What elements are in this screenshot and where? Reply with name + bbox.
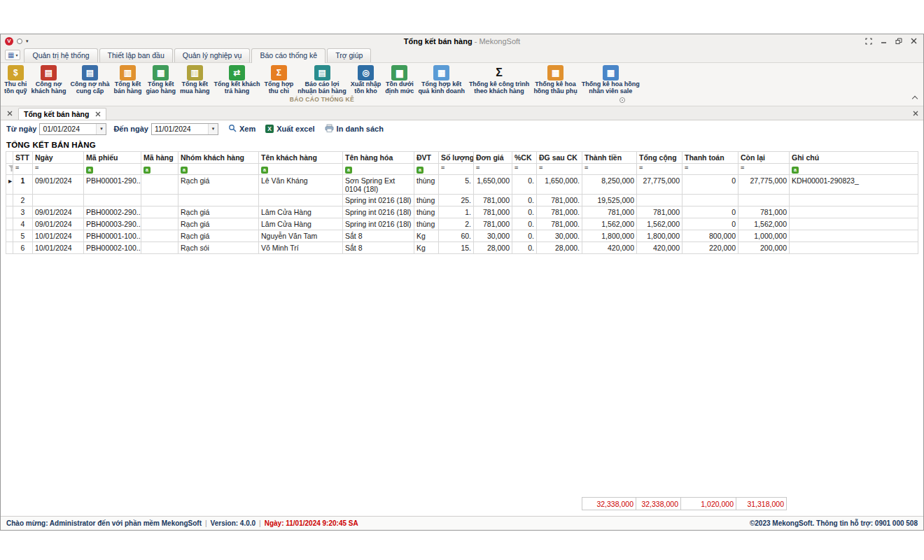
cell-so_luong[interactable]: 15.: [439, 242, 474, 254]
cell-ngay[interactable]: 10/01/2024: [33, 242, 84, 254]
customer-returns-summary-button[interactable]: ⇄Tổng kết khách trả hàng: [211, 64, 262, 95]
cell-ck[interactable]: 0.: [512, 218, 537, 230]
filter-cell-so_luong[interactable]: =: [439, 164, 474, 175]
cell-ngay[interactable]: [33, 195, 84, 206]
cell-ck[interactable]: 0.: [512, 175, 537, 195]
cell-ma_hang[interactable]: [141, 175, 178, 195]
grid-menu-button[interactable]: ▦ ▾: [5, 50, 20, 60]
income-expense-summary-button[interactable]: ΣTổng hợp thu chi: [262, 64, 295, 95]
cell-ck[interactable]: 0.: [512, 206, 537, 218]
column-header-con_lai[interactable]: Còn lại: [738, 152, 790, 164]
cell-thanh_tien[interactable]: 1,800,000: [582, 230, 637, 242]
cell-dg_sau_ck[interactable]: 30,000.: [537, 230, 582, 242]
filter-cell-tong_cong[interactable]: =: [637, 164, 682, 175]
column-header-ck[interactable]: %CK: [512, 152, 537, 164]
to-date-input[interactable]: 11/01/2024 ▾: [151, 123, 218, 135]
column-header-nhom_kh[interactable]: Nhóm khách hàng: [178, 152, 259, 164]
filter-edit-cell[interactable]: [6, 164, 13, 175]
export-excel-button[interactable]: X Xuất excel: [265, 125, 314, 133]
cell-nhom_kh[interactable]: Rạch sói: [178, 242, 259, 254]
cell-dvt[interactable]: thùng: [414, 218, 439, 230]
menu-tab-4[interactable]: Trợ giúp: [327, 48, 371, 62]
filter-cell-con_lai[interactable]: =: [738, 164, 790, 175]
filter-cell-thanh_tien[interactable]: =: [582, 164, 637, 175]
restore-button[interactable]: [895, 38, 902, 45]
cell-con_lai[interactable]: [738, 195, 790, 206]
cell-ghi_chu[interactable]: [790, 218, 918, 230]
document-tab[interactable]: Tổng kết bán hàng: [18, 108, 106, 120]
column-header-tong_cong[interactable]: Tổng cộng: [637, 152, 682, 164]
cell-ma_phieu[interactable]: PBH00001-290...: [84, 175, 141, 195]
cell-dvt[interactable]: Kg: [414, 242, 439, 254]
cell-thanh_toan[interactable]: [682, 195, 738, 206]
cell-tong_cong[interactable]: 1,800,000: [637, 230, 682, 242]
menu-tab-2[interactable]: Quản lý nghiệp vụ: [174, 48, 251, 62]
from-date-input[interactable]: 01/01/2024 ▾: [39, 123, 106, 135]
cell-ghi_chu[interactable]: [790, 230, 918, 242]
cell-ten_hang[interactable]: Sắt 8: [343, 230, 414, 242]
cell-tong_cong[interactable]: 420,000: [637, 242, 682, 254]
cell-ten_kh[interactable]: Lâm Cửa Hàng: [259, 218, 343, 230]
close-button[interactable]: [911, 38, 917, 44]
cell-don_gia[interactable]: 781,000: [474, 195, 512, 206]
cell-con_lai[interactable]: 27,775,000: [738, 175, 790, 195]
cell-thanh_tien[interactable]: 19,525,000: [582, 195, 637, 206]
cell-ten_hang[interactable]: Sơn Spring Ext 0104 (18l): [343, 175, 414, 195]
cell-stt[interactable]: 3: [13, 206, 33, 218]
cell-ghi_chu[interactable]: [790, 206, 918, 218]
cell-ma_phieu[interactable]: PBH00002-100...: [84, 242, 141, 254]
filter-cell-don_gia[interactable]: =: [474, 164, 512, 175]
column-header-ghi_chu[interactable]: Ghi chú: [790, 152, 918, 164]
cell-nhom_kh[interactable]: Rạch giá: [178, 230, 259, 242]
print-button[interactable]: In danh sách: [325, 124, 384, 134]
cell-ck[interactable]: 0.: [512, 230, 537, 242]
cell-don_gia[interactable]: 1,650,000: [474, 175, 512, 195]
purchase-summary-button[interactable]: ▥Tổng kết mua hàng: [178, 64, 212, 95]
ribbon-collapse-icon[interactable]: [912, 96, 918, 102]
cell-dg_sau_ck[interactable]: 781,000.: [537, 195, 582, 206]
sales-profit-report-button[interactable]: ▤Báo cáo lợi nhuận bán hàng: [295, 64, 349, 95]
cell-nhom_kh[interactable]: [178, 195, 259, 206]
cell-so_luong[interactable]: 60.: [439, 230, 474, 242]
cell-tong_cong[interactable]: 27,775,000: [637, 175, 682, 195]
cell-ghi_chu[interactable]: [790, 195, 918, 206]
sales-rep-commission-stats-button[interactable]: ▦Thống kê hoa hồng nhân viên sale: [580, 64, 642, 95]
delivery-summary-button[interactable]: ▦Tổng kết giao hàng: [144, 64, 178, 95]
cell-so_luong[interactable]: 25.: [439, 195, 474, 206]
column-header-stt[interactable]: STT: [13, 152, 33, 164]
column-header-ma_phieu[interactable]: Mã phiếu: [84, 152, 141, 164]
cell-dg_sau_ck[interactable]: 28,000.: [537, 242, 582, 254]
column-header-thanh_tien[interactable]: Thành tiền: [582, 152, 637, 164]
cell-don_gia[interactable]: 781,000: [474, 206, 512, 218]
view-button[interactable]: Xem: [228, 124, 255, 134]
cell-tong_cong[interactable]: [637, 195, 682, 206]
quick-access-icon[interactable]: [17, 38, 22, 44]
cell-ma_hang[interactable]: [141, 242, 178, 254]
cell-thanh_tien[interactable]: 8,250,000: [582, 175, 637, 195]
filter-cell-dvt[interactable]: a: [414, 164, 439, 175]
cell-ten_hang[interactable]: Spring int 0216 (18l): [343, 218, 414, 230]
cell-ten_kh[interactable]: Lê Văn Kháng: [259, 175, 343, 195]
cell-ma_hang[interactable]: [141, 206, 178, 218]
cell-don_gia[interactable]: 28,000: [474, 242, 512, 254]
subcontractor-commission-stats-button[interactable]: ▦Thống kê hoa hồng thầu phụ: [531, 64, 579, 95]
tab-close-icon[interactable]: [95, 111, 101, 117]
cell-ngay[interactable]: 09/01/2024: [33, 218, 84, 230]
filter-cell-ngay[interactable]: =: [33, 164, 84, 175]
cell-stt[interactable]: 4: [13, 218, 33, 230]
cell-thanh_toan[interactable]: 800,000: [682, 230, 738, 242]
calendar-dropdown-icon[interactable]: ▾: [96, 124, 106, 134]
cell-ma_hang[interactable]: [141, 218, 178, 230]
sales-summary-button[interactable]: ▥Tổng kết bán hàng: [111, 64, 144, 95]
column-header-don_gia[interactable]: Đơn giá: [474, 152, 512, 164]
column-header-thanh_toan[interactable]: Thanh toán: [682, 152, 738, 164]
filter-cell-ma_hang[interactable]: a: [141, 164, 178, 175]
column-header-ten_kh[interactable]: Tên khách hàng: [259, 152, 343, 164]
cell-ten_kh[interactable]: [259, 195, 343, 206]
cell-thanh_tien[interactable]: 1,562,000: [582, 218, 637, 230]
cell-stt[interactable]: 1: [13, 175, 33, 195]
cell-con_lai[interactable]: 781,000: [738, 206, 790, 218]
cell-tong_cong[interactable]: 781,000: [637, 206, 682, 218]
cell-ngay[interactable]: 10/01/2024: [33, 230, 84, 242]
cell-dg_sau_ck[interactable]: 781,000.: [537, 218, 582, 230]
